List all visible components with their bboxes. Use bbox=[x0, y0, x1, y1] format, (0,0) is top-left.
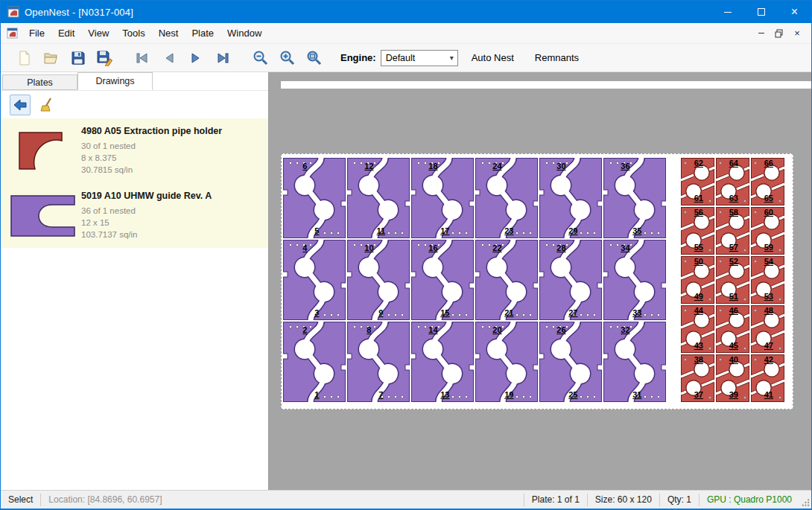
red-part-pair[interactable]: 6463 bbox=[716, 158, 749, 205]
part-number: 59 bbox=[764, 243, 773, 252]
purple-part-pair[interactable]: 2827 bbox=[539, 240, 602, 320]
close-button[interactable]: × bbox=[778, 1, 811, 23]
menu-edit[interactable]: Edit bbox=[51, 24, 81, 42]
part-number: 38 bbox=[694, 356, 703, 364]
part-number: 22 bbox=[492, 244, 501, 252]
purple-part-pair[interactable]: 1413 bbox=[411, 322, 474, 402]
purple-part-pair[interactable]: 109 bbox=[347, 240, 410, 320]
part-number: 41 bbox=[764, 391, 773, 399]
purple-part-pair[interactable]: 1211 bbox=[347, 158, 410, 238]
left-panel: Plates Drawings bbox=[1, 72, 269, 490]
auto-nest-button[interactable]: Auto Nest bbox=[464, 48, 521, 68]
main-area: Plates Drawings bbox=[1, 72, 811, 490]
save-button[interactable] bbox=[65, 46, 92, 70]
drawing-info: 4980 A05 Extraction pipe holder 30 of 1 … bbox=[81, 123, 222, 179]
red-part-pair[interactable]: 4847 bbox=[751, 305, 784, 353]
part-number: 5 bbox=[314, 227, 319, 235]
purple-part-pair[interactable]: 87 bbox=[347, 322, 410, 402]
purple-part-pair[interactable]: 3433 bbox=[603, 240, 666, 320]
red-part-pair[interactable]: 6665 bbox=[751, 158, 784, 205]
red-part-pair[interactable]: 4241 bbox=[751, 354, 784, 402]
part-number: 3 bbox=[314, 309, 319, 317]
mdi-minimize-button[interactable] bbox=[753, 26, 770, 41]
close-icon: × bbox=[794, 28, 800, 39]
resize-grip[interactable] bbox=[799, 491, 811, 509]
purple-part-pair[interactable]: 21 bbox=[283, 322, 346, 402]
purple-part-pair[interactable]: 3029 bbox=[539, 158, 602, 238]
red-part-pair[interactable]: 5453 bbox=[751, 256, 784, 304]
red-part-pair[interactable]: 4443 bbox=[681, 305, 714, 353]
tab-plates[interactable]: Plates bbox=[2, 74, 77, 90]
close-icon: × bbox=[791, 6, 798, 18]
red-part-pair[interactable]: 4039 bbox=[716, 354, 749, 402]
red-part-pair[interactable]: 3837 bbox=[681, 354, 714, 402]
mdi-restore-button[interactable] bbox=[771, 26, 787, 41]
next-plate-button[interactable] bbox=[183, 46, 209, 70]
menu-plate[interactable]: Plate bbox=[185, 24, 221, 42]
tab-drawings[interactable]: Drawings bbox=[77, 72, 153, 90]
nest-canvas[interactable]: 65 1211 1817 2423 3029 3635 43 109 1615 … bbox=[269, 72, 811, 490]
part-number: 14 bbox=[428, 326, 437, 334]
menu-nest[interactable]: Nest bbox=[152, 24, 185, 42]
zoom-out-button[interactable] bbox=[247, 46, 273, 70]
part-number: 12 bbox=[364, 162, 373, 170]
first-plate-button[interactable] bbox=[129, 46, 156, 70]
part-number: 28 bbox=[556, 244, 565, 252]
clear-drawings-button[interactable] bbox=[37, 95, 57, 115]
purple-part-pair[interactable]: 2423 bbox=[475, 158, 538, 238]
menu-view[interactable]: View bbox=[81, 24, 115, 42]
titlebar: OpenNest - [N0317-004] × bbox=[1, 1, 811, 23]
arrow-left-icon bbox=[13, 98, 28, 112]
menu-window[interactable]: Window bbox=[221, 24, 268, 42]
grip-dots-icon bbox=[801, 497, 810, 507]
previous-plate-button[interactable] bbox=[156, 46, 183, 70]
new-document-icon bbox=[16, 50, 33, 66]
maximize-button[interactable] bbox=[744, 1, 778, 23]
drawings-toolbar bbox=[1, 90, 268, 118]
zoom-fit-button[interactable] bbox=[300, 46, 327, 70]
drawing-title: 4980 A05 Extraction pipe holder bbox=[81, 126, 222, 136]
menu-tools[interactable]: Tools bbox=[115, 24, 151, 42]
save-as-button[interactable] bbox=[92, 46, 118, 70]
part-number: 64 bbox=[729, 159, 738, 168]
toolbar: Engine: Default ▾ Auto Nest Remnants bbox=[1, 44, 811, 72]
app-icon bbox=[7, 6, 19, 18]
import-drawing-button[interactable] bbox=[10, 95, 31, 115]
open-button[interactable] bbox=[38, 46, 65, 70]
purple-part-pair[interactable]: 3635 bbox=[603, 158, 666, 238]
red-part-pair[interactable]: 5655 bbox=[681, 207, 714, 255]
menu-file[interactable]: File bbox=[22, 24, 51, 42]
remnants-button[interactable]: Remnants bbox=[527, 48, 586, 68]
part-number: 53 bbox=[764, 293, 773, 301]
purple-part-pair[interactable]: 65 bbox=[283, 158, 346, 238]
minimize-button[interactable] bbox=[711, 1, 744, 23]
part-number: 11 bbox=[377, 227, 386, 235]
red-part-pair[interactable]: 6261 bbox=[681, 158, 714, 205]
part-number: 36 bbox=[621, 162, 629, 170]
purple-part-pair[interactable]: 2625 bbox=[539, 322, 602, 402]
drawing-area: 30.7815 sq/in bbox=[81, 164, 222, 176]
purple-part-pair[interactable]: 1615 bbox=[411, 240, 474, 320]
purple-part-pair[interactable]: 2019 bbox=[475, 322, 538, 402]
purple-part-pair[interactable]: 3231 bbox=[603, 322, 666, 402]
drawing-title: 5019 A10 UHMW guide Rev. A bbox=[81, 191, 212, 201]
drawing-list-item[interactable]: 4980 A05 Extraction pipe holder 30 of 1 … bbox=[1, 118, 268, 183]
purple-part-pair[interactable]: 1817 bbox=[411, 158, 474, 238]
part-number: 66 bbox=[764, 159, 773, 168]
drawing-list-item[interactable]: 5019 A10 UHMW guide Rev. A 36 of 1 neste… bbox=[1, 183, 268, 248]
purple-part-pair[interactable]: 2221 bbox=[475, 240, 538, 320]
new-button[interactable] bbox=[11, 46, 38, 70]
red-part-pair[interactable]: 5857 bbox=[716, 207, 749, 255]
part-number: 39 bbox=[729, 391, 738, 399]
purple-part-pair[interactable]: 43 bbox=[283, 240, 346, 320]
last-plate-button[interactable] bbox=[209, 46, 236, 70]
engine-select[interactable]: Default ▾ bbox=[381, 50, 458, 66]
plate[interactable]: 65 1211 1817 2423 3029 3635 43 109 1615 … bbox=[281, 153, 793, 409]
zoom-in-button[interactable] bbox=[273, 46, 300, 70]
open-folder-icon bbox=[43, 50, 60, 66]
red-part-pair[interactable]: 6059 bbox=[751, 207, 784, 255]
red-part-pair[interactable]: 5251 bbox=[716, 256, 749, 304]
red-part-pair[interactable]: 5049 bbox=[681, 256, 714, 304]
mdi-close-button[interactable]: × bbox=[789, 26, 805, 41]
red-part-pair[interactable]: 4645 bbox=[716, 305, 749, 353]
